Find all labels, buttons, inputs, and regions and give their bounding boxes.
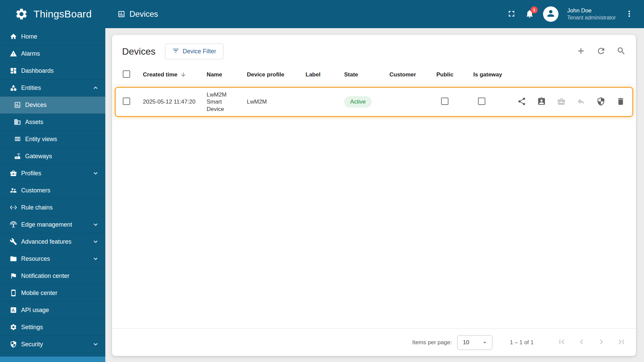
items-per-page-label: Items per page:	[412, 339, 452, 346]
notifications-button[interactable]: 1	[525, 9, 534, 19]
sidebar-scroll-indicator	[0, 357, 105, 362]
sidebar-item-alarms[interactable]: Alarms	[0, 45, 105, 62]
pagination-controls	[557, 337, 626, 348]
items-per-page-select[interactable]: 10	[457, 335, 492, 350]
chevron-right-icon	[597, 337, 606, 348]
category-icon	[9, 84, 17, 92]
public-checkbox[interactable]	[441, 98, 448, 105]
unassign-from-customer-button[interactable]	[577, 97, 586, 107]
fullscreen-icon	[507, 9, 516, 19]
manage-credentials-button[interactable]	[596, 97, 605, 107]
sidebar-item-label: Mobile center	[21, 290, 57, 297]
trash-icon	[616, 97, 625, 107]
fullscreen-button[interactable]	[507, 9, 516, 19]
chart-icon	[9, 306, 17, 314]
sidebar-item-edge-management[interactable]: Edge management	[0, 216, 105, 233]
row-actions	[514, 97, 626, 107]
sidebar-item-devices[interactable]: Devices	[0, 97, 105, 114]
sidebar-item-settings[interactable]: Settings	[0, 319, 105, 336]
sidebar-item-gateways[interactable]: Gateways	[0, 148, 105, 165]
shield-icon	[596, 97, 605, 107]
thingsboard-app: ThingsBoard Devices 1 John Doe Tenant ad…	[0, 0, 644, 362]
router-icon	[13, 152, 21, 160]
sidebar-item-rule-chains[interactable]: Rule chains	[0, 199, 105, 216]
column-created-time[interactable]: Created time	[143, 71, 207, 78]
share-button[interactable]	[517, 97, 526, 107]
sidebar-item-advanced-features[interactable]: Advanced features	[0, 233, 105, 250]
sidebar-item-entities[interactable]: Entities	[0, 79, 105, 97]
column-customer[interactable]: Customer	[389, 71, 436, 78]
share-icon	[517, 97, 526, 107]
table-row[interactable]: 2025-05-12 11:47:20 LwM2M Smart Device L…	[116, 88, 632, 116]
sidebar-item-notification-center[interactable]: Notification center	[0, 267, 105, 285]
cell-public	[436, 98, 473, 107]
user-role: Tenant administrator	[567, 14, 616, 21]
column-public[interactable]: Public	[436, 71, 473, 78]
briefcase-icon	[9, 169, 17, 177]
card-title: Devices	[122, 46, 156, 57]
sidebar-item-label: Settings	[21, 324, 43, 331]
kebab-menu-icon	[625, 9, 634, 19]
smartphone-icon	[9, 289, 17, 297]
make-private-button[interactable]	[557, 97, 566, 107]
device-filter-button[interactable]: Device Filter	[165, 44, 223, 59]
sidebar-item-label: Entity views	[25, 136, 57, 143]
sidebar-item-label: Security	[21, 341, 43, 348]
sidebar-item-resources[interactable]: Resources	[0, 250, 105, 267]
sidebar-item-mobile-center[interactable]: Mobile center	[0, 285, 105, 302]
page-header: Devices	[117, 9, 158, 19]
sidebar-item-label: Notification center	[21, 273, 69, 280]
first-page-button[interactable]	[557, 337, 567, 348]
add-device-button[interactable]	[576, 46, 586, 57]
sidebar-item-label: Profiles	[21, 170, 41, 177]
sidebar-item-assets[interactable]: Assets	[0, 114, 105, 131]
is-gateway-checkbox[interactable]	[478, 98, 485, 105]
paginator: Items per page: 10 1 – 1 of 1	[112, 328, 636, 356]
shield-icon	[9, 340, 17, 348]
search-icon	[616, 46, 626, 57]
sidebar-item-profiles[interactable]: Profiles	[0, 165, 105, 182]
sidebar-item-home[interactable]: Home	[0, 28, 105, 45]
sidebar-item-label: Entities	[21, 84, 41, 92]
table-toolbar-actions	[576, 46, 626, 57]
people-icon	[9, 186, 17, 194]
avatar[interactable]	[543, 6, 558, 22]
search-button[interactable]	[616, 46, 626, 57]
home-icon	[9, 33, 17, 41]
sidebar-item-customers[interactable]: Customers	[0, 182, 105, 199]
sidebar-item-label: Customers	[21, 187, 50, 194]
table-empty-area	[112, 117, 636, 328]
chevron-left-icon	[577, 337, 586, 348]
dashboard-icon	[9, 67, 17, 75]
status-badge: Active	[344, 96, 372, 108]
column-state[interactable]: State	[344, 71, 389, 78]
table-header: Created time Name Device profile Label S…	[112, 65, 636, 85]
column-device-profile[interactable]: Device profile	[247, 71, 306, 78]
gear-icon	[9, 323, 17, 331]
sidebar-item-api-usage[interactable]: API usage	[0, 302, 105, 319]
column-label[interactable]: Label	[306, 71, 344, 78]
flag-icon	[9, 272, 17, 280]
last-page-icon	[616, 337, 626, 348]
select-all-checkbox[interactable]	[123, 70, 130, 78]
chevron-down-icon	[92, 221, 99, 228]
brand[interactable]: ThingsBoard	[14, 7, 105, 21]
thingsboard-logo-icon	[14, 7, 29, 21]
previous-page-button[interactable]	[577, 337, 586, 348]
header-menu-button[interactable]	[625, 9, 634, 19]
assign-to-customer-button[interactable]	[537, 97, 546, 107]
column-name[interactable]: Name	[207, 71, 247, 78]
column-is-gateway[interactable]: Is gateway	[473, 71, 514, 78]
sidebar-item-label: Devices	[25, 102, 47, 109]
sidebar-spacer	[0, 353, 105, 357]
refresh-button[interactable]	[596, 46, 606, 57]
row-checkbox[interactable]	[123, 98, 130, 105]
page-title: Devices	[129, 9, 158, 19]
sidebar-item-label: Resources	[21, 255, 50, 262]
sidebar-item-security[interactable]: Security	[0, 336, 105, 353]
sidebar-item-entity-views[interactable]: Entity views	[0, 131, 105, 148]
last-page-button[interactable]	[616, 337, 626, 348]
sidebar-item-dashboards[interactable]: Dashboards	[0, 62, 105, 79]
next-page-button[interactable]	[597, 337, 606, 348]
delete-button[interactable]	[616, 97, 625, 107]
